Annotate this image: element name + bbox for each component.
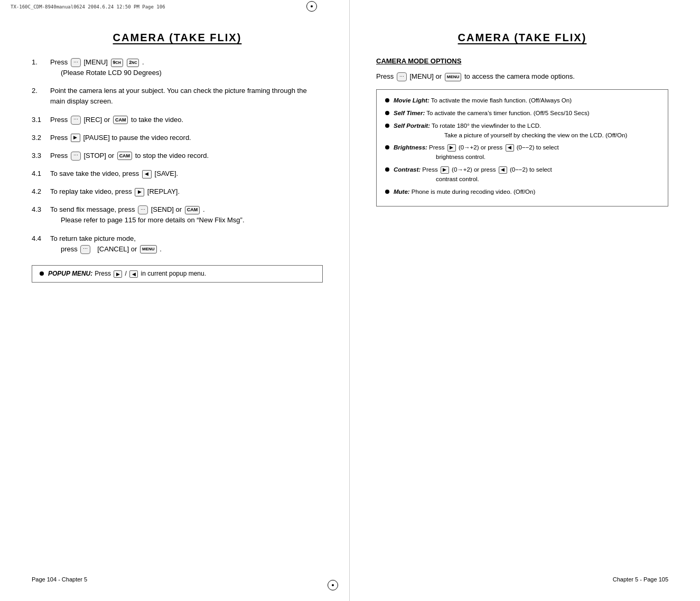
mode-text-contrast: Contrast: Press ▶ (0→+2) or press ◀ (0−−… (394, 165, 659, 184)
mode-option-brightness: Brightness: Press ▶ (0→+2) or press ◀ (0… (385, 143, 659, 162)
instruction-item-4-2: 4.2 To replay take video, press ▶ [REPLA… (32, 186, 323, 197)
stop-soft-key: ⋯ (71, 152, 81, 161)
inst-sub-4-3: Please refer to page 115 for more detail… (50, 215, 323, 226)
popup-right-btn: ▶ (114, 270, 122, 278)
inst-number-3-2: 3.2 (32, 133, 50, 143)
mode-option-movie-light: Movie Light: To activate the movie flash… (385, 96, 659, 106)
intro-menu-badge: MENU (445, 73, 462, 81)
replay-nav-right: ▶ (135, 188, 144, 196)
instruction-item-4-1: 4.1 To save take the video, press ◀ [SAV… (32, 168, 323, 179)
popup-dot (40, 271, 44, 276)
right-page-title: CAMERA (TAKE FLIX) (376, 32, 668, 44)
menu-badge-left: MENU (140, 245, 157, 253)
left-page-title: CAMERA (TAKE FLIX) (32, 32, 323, 44)
inst-sub-1: (Please Rotate LCD 90 Degrees) (50, 68, 323, 78)
inst-content-3-2: Press ▶ [PAUSE] to pause the video recor… (50, 133, 323, 143)
inst-content-1: Press ⋯ [MENU] 9CH 2NC . (Please Rotate … (50, 57, 323, 78)
pause-nav-right: ▶ (71, 134, 80, 142)
inst-number-1: 1. (32, 57, 50, 68)
cam-icon-1: CAM (113, 116, 128, 124)
section-heading: CAMERA MODE OPTIONS (376, 57, 668, 65)
inst-content-2: Point the camera lens at your subject. Y… (50, 86, 323, 107)
instruction-list: 1. Press ⋯ [MENU] 9CH 2NC . (Please Rota… (32, 57, 323, 255)
bright-right-btn: ▶ (447, 144, 456, 152)
instruction-item-4-3: 4.3 To send flix message, press ⋯ [SEND]… (32, 204, 323, 226)
inst-number-4-3: 4.3 (32, 204, 50, 215)
instruction-item-3-2: 3.2 Press ▶ [PAUSE] to pause the video r… (32, 133, 323, 143)
inst-content-4-2: To replay take video, press ▶ [REPLAY]. (50, 186, 323, 197)
contrast-right-btn: ▶ (441, 166, 449, 174)
mode-dot-1 (385, 98, 389, 102)
inst-content-4-1: To save take the video, press ◀ [SAVE]. (50, 168, 323, 179)
mode-dot-6 (385, 190, 389, 194)
mode-text-self-timer: Self Timer: To activate the camera’s tim… (394, 109, 659, 118)
popup-text: Press ▶ / ◀ in current popup menu. (95, 270, 206, 278)
inst-content-4-4: To return take picture mode, press ⋯ [CA… (50, 233, 323, 255)
9ch-icon: 9CH (111, 59, 123, 67)
rec-soft-key: ⋯ (71, 116, 81, 125)
mode-options-box: Movie Light: To activate the movie flash… (376, 89, 668, 206)
inst-number-4-4: 4.4 (32, 233, 50, 244)
inst-content-4-3: To send flix message, press ⋯ [SEND] or … (50, 204, 323, 226)
save-nav-left: ◀ (142, 170, 152, 179)
mode-option-contrast: Contrast: Press ▶ (0→+2) or press ◀ (0−−… (385, 165, 659, 184)
inst-number-2: 2. (32, 86, 50, 96)
send-soft-key: ⋯ (138, 205, 148, 214)
page-container: TX-160C_CDM-8940manual0624 2004.6.24 12:… (0, 0, 700, 601)
page-number-left: Page 104 - Chapter 5 (32, 576, 87, 583)
inst-sub-4-4: press ⋯ [CANCEL] or MENU . (50, 244, 323, 255)
popup-menu-box: POPUP MENU: Press ▶ / ◀ in current popup… (32, 265, 323, 283)
mode-text-movie-light: Movie Light: To activate the movie flash… (394, 96, 659, 106)
mode-option-mute: Mute: Phone is mute during recoding vide… (385, 187, 659, 197)
mode-text-mute: Mute: Phone is mute during recoding vide… (394, 187, 659, 197)
left-page: CAMERA (TAKE FLIX) 1. Press ⋯ [MENU] 9CH… (0, 0, 350, 601)
contrast-left-btn: ◀ (499, 166, 507, 174)
cam-icon-3: CAM (185, 206, 200, 214)
mode-option-self-timer: Self Timer: To activate the camera’s tim… (385, 109, 659, 118)
intro-text: Press ⋯ [MENU] or MENU to access the cam… (376, 71, 668, 82)
inst-number-3-1: 3.1 (32, 115, 50, 125)
mode-dot-2 (385, 111, 389, 115)
popup-left-btn: ◀ (129, 270, 138, 278)
inst-number-4-1: 4.1 (32, 168, 50, 179)
bright-left-btn: ◀ (506, 144, 514, 152)
cancel-soft-key: ⋯ (80, 245, 90, 254)
instruction-item-1: 1. Press ⋯ [MENU] 9CH 2NC . (Please Rota… (32, 57, 323, 78)
menu-soft-key-1: ⋯ (71, 58, 81, 67)
inst-content-3-3: Press ⋯ [STOP] or CAM to stop the video … (50, 151, 323, 161)
page-number-right: Chapter 5 - Page 105 (613, 576, 668, 583)
mode-dot-3 (385, 124, 389, 128)
mode-dot-4 (385, 145, 389, 149)
mode-option-self-portrait: Self Portrait: To rotate 180° the viewfi… (385, 121, 659, 140)
instruction-item-3-3: 3.3 Press ⋯ [STOP] or CAM to stop the vi… (32, 151, 323, 161)
inst-content-3-1: Press ⋯ [REC] or CAM to take the video. (50, 115, 323, 125)
mode-text-self-portrait: Self Portrait: To rotate 180° the viewfi… (394, 121, 659, 140)
inst-number-3-3: 3.3 (32, 151, 50, 161)
instruction-item-4-4: 4.4 To return take picture mode, press ⋯… (32, 233, 323, 255)
intro-menu-soft: ⋯ (397, 72, 407, 81)
mode-text-brightness: Brightness: Press ▶ (0→+2) or press ◀ (0… (394, 143, 659, 162)
instruction-item-2: 2. Point the camera lens at your subject… (32, 86, 323, 107)
cam-icon-2: CAM (117, 152, 133, 160)
instruction-item-3-1: 3.1 Press ⋯ [REC] or CAM to take the vid… (32, 115, 323, 125)
right-page: CAMERA (TAKE FLIX) CAMERA MODE OPTIONS P… (350, 0, 700, 601)
popup-label: POPUP MENU: (48, 270, 92, 277)
mode-dot-5 (385, 167, 389, 172)
inst-number-4-2: 4.2 (32, 186, 50, 197)
2nc-icon: 2NC (127, 59, 139, 67)
